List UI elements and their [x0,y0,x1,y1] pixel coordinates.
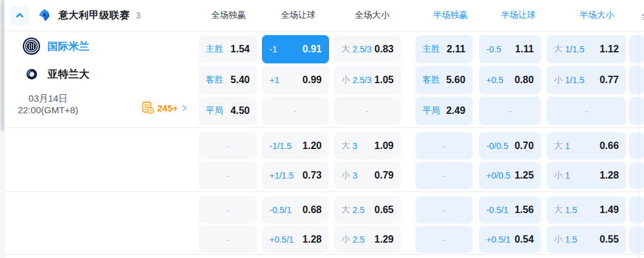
odds-row: -+1/1.50.73小30.79-+0/0.51.25小11.28 [198,162,644,189]
odds-cell[interactable]: 大31.09 [334,132,401,159]
home-team-name: 国际米兰 [47,39,89,54]
odds-value: 0.99 [303,75,322,86]
odds-cell[interactable]: -0.51.11 [479,35,541,63]
odds-label-prefix: 大 [341,140,350,151]
chevron-right-icon [181,104,188,112]
odds-cell-dash: - [442,142,445,151]
odds-value: 1.28 [303,234,322,245]
odds-cell[interactable]: 大10.66 [547,132,626,159]
odds-cell[interactable]: 主胜1.54 [198,35,257,63]
next-column-divider [638,32,639,258]
odds-value: 1.56 [515,204,534,216]
odds-line: 2.5 [353,205,364,215]
odds-label: -0.5 [486,44,501,54]
match-time-zone: 22:00(GMT+8) [11,104,85,116]
odds-cell: - [198,162,257,189]
odds-cell-clipped [629,162,644,189]
odds-value: 1.29 [375,234,394,245]
odds-label-prefix: 大 [341,204,350,216]
odds-label: 小3 [341,170,357,181]
collapse-button[interactable] [10,6,30,25]
clipped-next-column-header: 全 [641,11,644,21]
inter-milan-logo-icon [20,38,43,55]
odds-cell[interactable]: +0/0.51.25 [479,162,541,189]
odds-cell[interactable]: 小30.79 [334,162,401,189]
odds-label: 大1 [554,140,570,151]
odds-line: 平局 [423,105,440,116]
odds-row: 主胜1.54-10.91大2.5/30.83主胜2.11-0.51.11大1/1… [198,35,644,63]
odds-cell[interactable]: 大1.51.49 [547,196,626,224]
odds-line: 平局 [206,105,223,116]
odds-label-prefix: 小 [341,75,350,86]
odds-cell-clipped [629,132,644,159]
odds-cell-clipped [629,97,644,125]
odds-cell[interactable]: +0.50.80 [479,66,541,94]
odds-value: 5.40 [230,75,250,86]
odds-line: 2.5 [353,235,364,244]
odds-line: 1.5 [565,235,577,244]
odds-value: 0.73 [303,170,322,181]
odds-cell[interactable]: 小2.51.29 [334,226,401,253]
odds-line: +0.5/1 [486,235,510,244]
league-header: 意大利甲级联赛 3 全场独赢 全场让球 全场大小 半场独赢 半场让球 半场大小 [5,0,644,31]
odds-label-prefix: 大 [554,140,563,151]
odds-cell[interactable]: 大2.5/30.83 [334,35,401,63]
odds-label: +1 [269,75,279,85]
odds-label-prefix: 大 [554,44,563,55]
odds-cell-dash: - [442,235,445,244]
odds-cell[interactable]: 大2.50.65 [334,196,401,224]
odds-label-prefix: 小 [554,75,563,86]
odds-cell[interactable]: 平局4.50 [198,97,257,125]
league-info: 意大利甲级联赛 3 [5,6,198,25]
odds-cell[interactable]: +0.5/11.28 [262,226,329,253]
odds-line: -0/0.5 [486,141,508,151]
odds-cell: - [415,162,473,189]
odds-cell-dash: - [226,142,229,151]
odds-value: 2.11 [447,44,465,55]
left-scrollbar-thumb[interactable] [1,0,4,131]
odds-cell[interactable]: 小1/1.50.77 [547,66,626,94]
column-header-half-handicap: 半场让球 [486,10,550,21]
odds-cell[interactable]: 小2.5/31.05 [334,66,401,94]
odds-cell[interactable]: +0.5/10.54 [479,226,541,253]
odds-line: +0/0.5 [486,171,510,180]
left-scrollbar-track[interactable] [0,0,5,258]
odds-cell[interactable]: 主胜2.11 [415,35,473,63]
odds-label-prefix: 小 [341,170,350,181]
odds-cell[interactable]: -1/1.51.20 [262,132,329,159]
odds-cell[interactable]: 客胜5.40 [198,66,257,94]
odds-cell: - [334,97,401,125]
odds-cell-dash: - [585,107,587,116]
odds-cell[interactable]: -0/0.50.70 [479,132,541,159]
odds-cell[interactable]: +1/1.50.73 [262,162,329,189]
odds-cell[interactable]: -0.5/10.68 [262,196,329,224]
odds-cell[interactable]: -0.5/11.56 [479,196,541,224]
odds-cell-dash: - [226,206,229,215]
odds-label-prefix: 小 [341,234,350,245]
odds-label: +0.5/1 [269,235,293,244]
away-team-row: 亚特兰大 [20,67,89,81]
odds-cell[interactable]: 小11.28 [547,162,626,189]
odds-value: 5.60 [446,75,465,86]
odds-cell-clipped [629,35,644,63]
odds-value: 1.49 [600,204,619,216]
odds-cell[interactable]: 客胜5.60 [415,66,473,94]
odds-value: 0.55 [600,234,619,245]
match-body: 国际米兰 亚特兰大 03月14日 22:00(GMT [5,31,644,255]
odds-line: 主胜 [206,44,223,55]
odds-value: 0.91 [303,44,322,55]
chevron-up-icon [15,10,25,20]
odds-cell-selected[interactable]: -10.91 [262,35,329,63]
league-title: 意大利甲级联赛 [59,9,130,22]
odds-value: 0.65 [375,204,394,216]
odds-cell[interactable]: 平局2.49 [415,97,473,125]
odds-label-prefix: 大 [341,44,350,55]
column-header-full-win: 全场独赢 [198,10,259,21]
odds-cell[interactable]: +10.99 [262,66,329,94]
serie-a-logo-icon [38,9,51,22]
odds-label: 小2.5/3 [341,75,372,86]
odds-cell[interactable]: 小1.50.55 [547,226,626,253]
odds-cell[interactable]: 大1/1.51.12 [547,35,626,63]
more-markets-button[interactable]: 245+ [142,102,188,114]
odds-line: 3 [353,171,357,180]
